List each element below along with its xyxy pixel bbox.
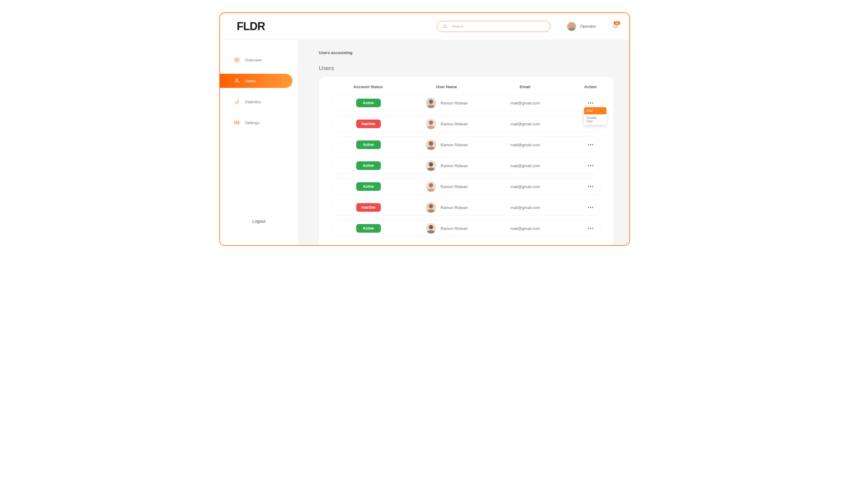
- status-cell: Active: [335, 98, 402, 107]
- status-cell: Inactive: [335, 120, 402, 128]
- row-actions-button[interactable]: [586, 142, 595, 147]
- table-header: Account Status User Name Email Action: [331, 85, 601, 95]
- name-cell: Ramon Ridwan: [402, 160, 491, 171]
- avatar: [426, 98, 436, 108]
- status-badge: Active: [356, 141, 381, 149]
- status-cell: Active: [335, 161, 402, 170]
- status-badge: Inactive: [356, 120, 381, 128]
- action-chat[interactable]: Chat: [584, 107, 606, 114]
- email-cell: mail@gmail.com: [491, 226, 559, 231]
- avatar: [426, 181, 436, 192]
- user-name: Ramon Ridwan: [440, 122, 468, 126]
- topbar: FLDR Operator 34: [220, 13, 629, 40]
- avatar: [426, 119, 436, 129]
- status-badge: Active: [356, 161, 381, 170]
- header-action: Action: [559, 85, 598, 89]
- name-cell: Ramon Ridwan: [402, 119, 491, 129]
- users-card: Account Status User Name Email Action Ac…: [319, 76, 613, 245]
- action-cell: [559, 142, 598, 147]
- table-row: InactiveRamon Ridwanmail@gmail.com: [331, 115, 601, 132]
- notification-badge: 34: [614, 21, 620, 25]
- status-badge: Active: [356, 224, 381, 233]
- app-frame: FLDR Operator 34 Overview Users: [219, 12, 630, 246]
- svg-point-3: [236, 79, 238, 80]
- notifications-button[interactable]: 34: [613, 23, 618, 30]
- avatar: [426, 140, 436, 150]
- body: Overview Users Statistics Settings Logou…: [220, 40, 629, 245]
- header-email: Email: [491, 85, 559, 89]
- table-body: ActiveRamon Ridwanmail@gmail.comChatDisa…: [331, 95, 601, 237]
- svg-point-14: [236, 122, 237, 123]
- action-cell: [559, 226, 598, 231]
- avatar: [426, 160, 436, 171]
- sidebar-item-label: Settings: [245, 121, 260, 125]
- sidebar-item-label: Overview: [245, 58, 262, 62]
- user-name: Ramon Ridwan: [440, 143, 468, 147]
- sidebar-item-users[interactable]: Users: [220, 74, 293, 88]
- row-actions-menu: ChatDisable User: [584, 107, 606, 125]
- breadcrumb: Users accounting: [319, 50, 613, 55]
- action-cell: ChatDisable User: [559, 101, 598, 105]
- page-title: Users: [319, 65, 613, 72]
- table-row: InactiveRamon Ridwanmail@gmail.com: [331, 199, 601, 216]
- user-icon: [234, 78, 240, 84]
- sidebar-item-label: Users: [245, 79, 256, 83]
- search-icon: [443, 24, 448, 29]
- table-row: ActiveRamon Ridwanmail@gmail.comChatDisa…: [331, 95, 601, 111]
- row-actions-button[interactable]: [586, 184, 595, 189]
- table-row: ActiveRamon Ridwanmail@gmail.com: [331, 220, 601, 237]
- row-actions-button[interactable]: [586, 101, 595, 105]
- email-cell: mail@gmail.com: [491, 101, 559, 105]
- sidebar: Overview Users Statistics Settings Logou…: [220, 40, 298, 245]
- sidebar-item-settings[interactable]: Settings: [220, 115, 293, 130]
- action-cell: [559, 184, 598, 189]
- user-name: Ramon Ridwan: [440, 226, 468, 231]
- table-row: ActiveRamon Ridwanmail@gmail.com: [331, 178, 601, 195]
- status-badge: Inactive: [356, 203, 381, 212]
- brand-logo: FLDR: [237, 20, 265, 33]
- svg-point-13: [235, 122, 235, 123]
- name-cell: Ramon Ridwan: [402, 98, 491, 108]
- sidebar-item-label: Statistics: [245, 100, 261, 104]
- status-badge: Active: [356, 98, 381, 107]
- svg-line-1: [446, 28, 447, 28]
- name-cell: Ramon Ridwan: [402, 223, 491, 234]
- status-cell: Active: [335, 141, 402, 149]
- avatar: [426, 202, 436, 213]
- action-cell: [559, 205, 598, 210]
- email-cell: mail@gmail.com: [491, 184, 559, 189]
- table-row: ActiveRamon Ridwanmail@gmail.com: [331, 137, 601, 153]
- name-cell: Ramon Ridwan: [402, 140, 491, 150]
- logout-button[interactable]: Logout: [220, 219, 298, 224]
- current-user[interactable]: Operator: [567, 21, 596, 31]
- svg-point-2: [236, 59, 238, 61]
- row-actions-button[interactable]: [586, 226, 595, 231]
- svg-point-0: [444, 24, 446, 28]
- header-name: User Name: [402, 85, 491, 89]
- user-name: Ramon Ridwan: [440, 101, 468, 105]
- sidebar-item-statistics[interactable]: Statistics: [220, 95, 293, 109]
- row-actions-button[interactable]: [586, 163, 595, 168]
- table-row: ActiveRamon Ridwanmail@gmail.com: [331, 157, 601, 174]
- sliders-icon: [234, 120, 240, 125]
- search-field[interactable]: [437, 21, 551, 32]
- status-cell: Active: [335, 182, 402, 191]
- content-area: Users accounting Users Account Status Us…: [298, 40, 629, 245]
- user-name: Ramon Ridwan: [440, 205, 468, 210]
- email-cell: mail@gmail.com: [491, 143, 559, 147]
- search-input[interactable]: [452, 24, 545, 29]
- user-role: Operator: [580, 24, 596, 29]
- email-cell: mail@gmail.com: [491, 205, 559, 210]
- row-actions-button[interactable]: [586, 205, 595, 210]
- sidebar-item-overview[interactable]: Overview: [220, 53, 293, 67]
- action-disable-user[interactable]: Disable User: [584, 114, 606, 125]
- avatar: [567, 21, 576, 31]
- name-cell: Ramon Ridwan: [402, 202, 491, 213]
- eye-icon: [234, 57, 240, 63]
- action-cell: [559, 163, 598, 168]
- email-cell: mail@gmail.com: [491, 122, 559, 126]
- name-cell: Ramon Ridwan: [402, 181, 491, 192]
- status-badge: Active: [356, 182, 381, 191]
- svg-point-15: [238, 123, 239, 124]
- user-name: Ramon Ridwan: [440, 184, 468, 189]
